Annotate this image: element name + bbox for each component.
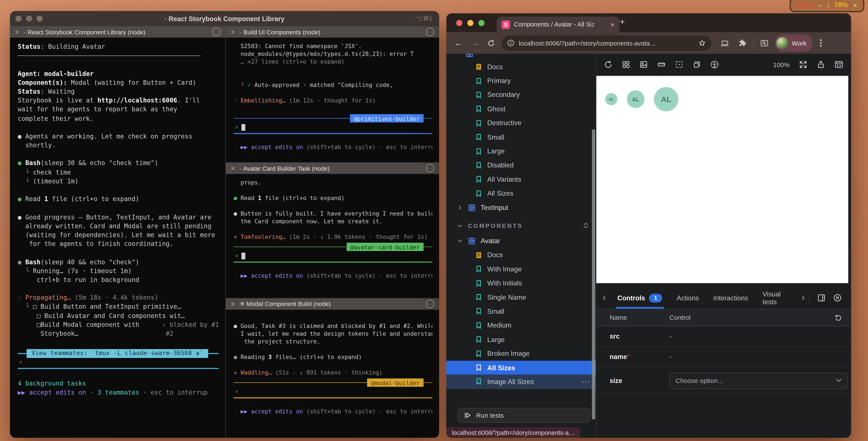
panel-position-icon[interactable] [817,294,826,302]
terminal-titlebar[interactable]: · React Storybook Component Library ⌥⌘1 [10,11,439,26]
url-text[interactable]: localhost:6006/?path=/story/components-a… [519,40,694,47]
pane-menu-icon[interactable]: ··· [426,164,434,172]
run-tests-button[interactable]: Run tests [457,408,590,423]
pane-close-icon[interactable]: × [231,300,235,307]
sidebar-item-secondary[interactable]: Secondary [446,88,596,102]
tab-controls[interactable]: Controls1 [610,287,670,308]
browser-tab[interactable]: S Components / Avatar - All Siz × [497,17,620,32]
laptop-icon[interactable] [720,39,729,47]
sidebar-item-large[interactable]: Large [446,144,596,158]
agent-input-box[interactable]: @modal-builder› [234,378,433,398]
measure-icon[interactable] [657,60,666,69]
pane-header[interactable]: × · React Storybook Component Library (n… [10,26,225,38]
backgrounds-icon[interactable] [640,60,648,69]
sidebar-item-with-image[interactable]: With Image [446,262,596,276]
sidebar-section-components[interactable]: COMPONENTS [446,217,596,234]
pane-content[interactable]: S2503: Cannot find namespace 'JSX'. node… [226,38,439,163]
sidebar-item-small[interactable]: Small [446,130,596,144]
sidebar-item-textinput[interactable]: TextInput [446,200,596,214]
pane-close-icon[interactable]: × [231,28,235,35]
sidebar-item-broken-image[interactable]: Broken Image [446,347,596,360]
pane-content[interactable]: props.● Read 1 file (ctrl+o to expand)● … [226,174,439,298]
grid-icon[interactable] [622,60,630,69]
terminal-line: ● Read 1 file (ctrl+o to expand) [18,195,219,204]
pane-header[interactable]: × ✳ Modal Component Build (node) ··· [226,298,439,310]
address-bar[interactable]: localhost:6006/?path=/story/components-a… [502,35,711,51]
viewport-icon[interactable] [693,60,701,69]
reset-controls-icon[interactable] [834,314,851,321]
sidebar-item-with-initials[interactable]: With Initials [446,276,596,290]
browser-menu-icon[interactable] [818,39,824,47]
sidebar-item-destructive[interactable]: Destructive [446,116,596,130]
size-select[interactable]: Choose option... [670,372,848,389]
bookmark-star-icon[interactable] [698,39,706,47]
reload-button[interactable] [487,39,495,47]
pane-content[interactable]: ● Good, Task #3 is claimed and blocked b… [226,310,439,438]
terminal-prompt[interactable]: › [234,252,433,260]
agent-input-box[interactable]: @avatar-card-builder› [234,242,433,262]
fullscreen-icon[interactable] [799,60,807,69]
tab-visual-tests[interactable]: Visual tests [755,287,797,308]
story-canvas[interactable]: ALALAL [596,76,848,283]
sidebar-item-large[interactable]: Large [446,332,596,347]
tab-close-icon[interactable]: × [610,21,615,28]
close-window-button[interactable] [456,20,462,26]
search-tabs-icon[interactable] [760,39,769,47]
sidebar-item-docs[interactable]: Docs [446,248,596,262]
tmux-pane-orchestrator[interactable]: × · React Storybook Component Library (n… [10,26,226,438]
open-editor-icon[interactable] [834,60,843,69]
agent-input-box[interactable]: @primitives-builder› [234,114,433,134]
pane-content[interactable]: Status: Building AvatarAgent: modal-buil… [10,38,225,438]
traffic-lights[interactable] [456,20,485,26]
sidebar-item-all-variants[interactable]: All Variants [446,172,596,186]
sidebar-item-all-sizes[interactable]: All Sizes [446,360,596,375]
close-icon[interactable]: × [853,1,857,8]
close-panel-icon[interactable] [833,294,842,302]
profile-chip[interactable]: Work [775,34,813,52]
sidebar-item-small[interactable]: Small [446,304,596,319]
sidebar-item-primary[interactable]: Primary [446,74,596,88]
pane-close-icon[interactable]: × [15,28,19,35]
outline-icon[interactable] [675,60,683,69]
sidebar-item-ghost[interactable]: Ghost [446,102,596,116]
tabs-scroll-left-icon[interactable] [598,295,610,300]
new-tab-button[interactable]: + [620,17,625,27]
extensions-icon[interactable] [738,39,746,47]
sidebar-item-image-all-sizes[interactable]: Image All Sizes··· [446,375,596,389]
pane-menu-icon[interactable]: ··· [426,300,434,308]
pane-close-icon[interactable]: × [231,165,235,172]
pane-menu-icon[interactable]: ··· [426,28,434,36]
sidebar-item-disabled[interactable]: Disabled [446,158,596,172]
sidebar-item-single-name[interactable]: Single Name [446,290,596,304]
tab-interactions[interactable]: Interactions [706,287,755,308]
minimize-window-button[interactable] [467,20,473,26]
zoom-window-button[interactable] [478,20,485,26]
pane-menu-icon[interactable]: ··· [212,28,221,36]
pane-header[interactable]: × · Avatar Card Builder Task (node) ··· [226,162,439,174]
back-button[interactable]: ← [454,38,463,47]
terminal-prompt[interactable]: › [18,358,219,366]
sidebar-item-medium[interactable]: Medium [446,319,596,332]
item-menu-icon[interactable]: ··· [582,378,590,386]
sidebar-item-clipped[interactable] [446,54,596,60]
tab-actions[interactable]: Actions [670,287,706,308]
terminal-line: ✳ Waddling… (51s · ↓ 891 tokens · thinki… [234,369,433,376]
site-info-icon[interactable] [507,39,515,47]
recording-indicator[interactable]: → 78% × [789,0,864,12]
bookmark-icon [475,280,482,287]
forward-button[interactable]: → [471,38,479,47]
tabs-scroll-right-icon[interactable] [797,295,809,300]
view-teammates-command[interactable]: View teammates: `tmux -L claude-swarm-36… [27,349,208,358]
sidebar-item-all-sizes[interactable]: All Sizes [446,186,596,200]
sidebar-scrollbar[interactable] [592,129,595,419]
sidebar-item-docs[interactable]: Docs [446,60,596,74]
sidebar-item-avatar[interactable]: Avatar [446,234,596,248]
share-icon[interactable] [817,60,825,69]
zoom-level[interactable]: 100% [773,61,789,68]
pane-header[interactable]: × · Build UI Components (node) ··· [226,26,439,38]
agent-input-box[interactable]: View teammates: `tmux -L claude-swarm-36… [18,349,219,369]
terminal-prompt[interactable]: › [234,123,433,131]
terminal-prompt[interactable]: › [234,387,433,396]
remount-icon[interactable] [604,60,613,69]
accessibility-icon[interactable] [710,60,719,69]
